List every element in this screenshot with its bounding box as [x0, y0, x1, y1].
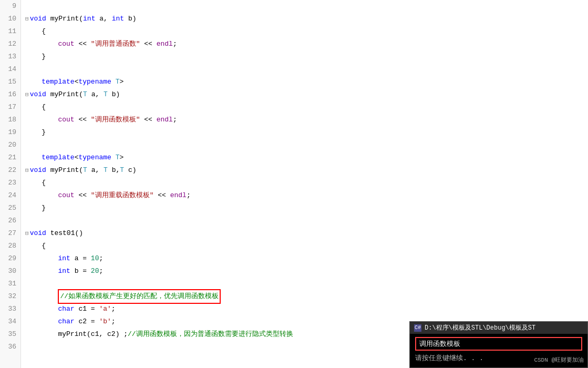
terminal-prompt-text: 请按任意键继续. . .: [415, 354, 483, 362]
watermark: CSDN @旺财要加油: [534, 356, 584, 364]
ln-35: 35: [2, 328, 16, 341]
ln-13: 13: [2, 50, 16, 63]
code-line-29: int a = 10;: [25, 252, 588, 265]
ln-24: 24: [2, 189, 16, 202]
ln-12: 12: [2, 38, 16, 50]
ln-10: 10: [2, 13, 16, 25]
terminal-output-box: 调用函数模板: [415, 337, 582, 351]
ln-14: 14: [2, 63, 16, 76]
code-line-13: }: [25, 50, 588, 63]
code-line-20: [25, 139, 588, 151]
code-line-11: {: [25, 25, 588, 38]
ln-27: 27: [2, 227, 16, 240]
ln-34: 34: [2, 315, 16, 328]
highlight-comment: //如果函数模板产生更好的匹配，优先调用函数模板: [58, 289, 221, 304]
terminal-app-icon: C#: [414, 324, 421, 332]
ln-31: 31: [2, 278, 16, 290]
fold-marker-16[interactable]: ⊟: [25, 88, 29, 101]
ln-19: 19: [2, 126, 16, 139]
ln-17: 17: [2, 101, 16, 114]
ln-20: 20: [2, 139, 16, 151]
code-line-15: template<typename T>: [25, 76, 588, 88]
ln-29: 29: [2, 252, 16, 265]
ln-30: 30: [2, 265, 16, 278]
code-line-22: ⊟void myPrint(T a, T b,T c): [25, 164, 588, 177]
ln-32: 32: [2, 290, 16, 303]
fold-marker-22[interactable]: ⊟: [25, 164, 29, 177]
ln-28: 28: [2, 240, 16, 252]
code-line-17: {: [25, 101, 588, 114]
ln-21: 21: [2, 151, 16, 164]
ln-16: 16: [2, 88, 16, 101]
ln-33: 33: [2, 303, 16, 315]
code-line-24: cout << "调用重载函数模板" << endl;: [25, 189, 588, 202]
ln-15: 15: [2, 76, 16, 88]
ln-36: 36: [2, 341, 16, 353]
ln-25: 25: [2, 202, 16, 214]
code-line-31: [25, 278, 588, 290]
code-line-18: cout << "调用函数模板" << endl;: [25, 114, 588, 126]
code-area[interactable]: ⊟void myPrint(int a, int b) { cout << "调…: [21, 0, 588, 368]
code-line-25: }: [25, 202, 588, 214]
ln-23: 23: [2, 177, 16, 189]
code-line-28: {: [25, 240, 588, 252]
line-numbers: 9 10 11 12 13 14 15 16 17 18 19 20 21 22…: [0, 0, 21, 368]
terminal-output-text: 调用函数模板: [419, 340, 460, 348]
code-line-26: [25, 214, 588, 227]
code-line-33: char c1 = 'a';: [25, 303, 588, 315]
ln-22: 22: [2, 164, 16, 177]
code-line-10: ⊟void myPrint(int a, int b): [25, 13, 588, 25]
fold-marker-10[interactable]: ⊟: [25, 13, 29, 25]
code-line-19: }: [25, 126, 588, 139]
code-line-30: int b = 20;: [25, 265, 588, 278]
code-line-12: cout << "调用普通函数" << endl;: [25, 38, 588, 50]
ln-18: 18: [2, 114, 16, 126]
fold-marker-27[interactable]: ⊟: [25, 227, 29, 240]
ln-26: 26: [2, 214, 16, 227]
ln-9: 9: [2, 0, 16, 13]
ln-11: 11: [2, 25, 16, 38]
code-line-14: [25, 63, 588, 76]
code-line-23: {: [25, 177, 588, 189]
terminal-title: D:\程序\模板及STL\Debug\模板及ST: [425, 323, 535, 332]
code-line-21: template<typename T>: [25, 151, 588, 164]
editor-container: 9 10 11 12 13 14 15 16 17 18 19 20 21 22…: [0, 0, 588, 368]
code-line-32: //如果函数模板产生更好的匹配，优先调用函数模板: [25, 290, 588, 303]
code-line-27: ⊟void test01(): [25, 227, 588, 240]
code-line-16: ⊟void myPrint(T a, T b): [25, 88, 588, 101]
terminal-title-bar: C# D:\程序\模板及STL\Debug\模板及ST: [410, 322, 587, 334]
code-line-9: [25, 0, 588, 13]
